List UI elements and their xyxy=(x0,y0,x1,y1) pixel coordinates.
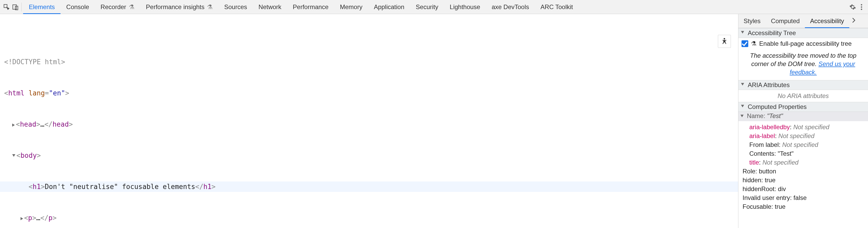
tab-sources[interactable]: Sources xyxy=(218,0,253,14)
checkbox-label: Enable full-page accessibility tree xyxy=(759,40,851,47)
svg-rect-1 xyxy=(13,5,17,9)
device-toolbar-icon[interactable] xyxy=(11,3,20,11)
dom-line[interactable]: <p>…</p> xyxy=(0,213,738,223)
accessibility-tree-toggle-icon[interactable] xyxy=(718,35,731,48)
section-title: Computed Properties xyxy=(748,103,807,111)
computed-row: aria-labelledby: Not specified xyxy=(743,123,864,132)
tab-recorder[interactable]: Recorder⚗ xyxy=(95,0,140,14)
computed-properties-body: aria-labelledby: Not specified aria-labe… xyxy=(738,121,868,213)
accessibility-tree-note: The accessibility tree moved to the top … xyxy=(738,49,868,80)
computed-row: From label: Not specified xyxy=(743,140,864,149)
expand-caret-icon[interactable] xyxy=(12,123,15,126)
svg-point-3 xyxy=(861,4,862,5)
svg-point-6 xyxy=(723,38,725,39)
checkbox-checked-icon[interactable] xyxy=(742,40,748,47)
expand-caret-icon[interactable] xyxy=(21,217,23,220)
computed-row: Invalid user entry: false xyxy=(743,193,864,202)
collapse-caret-icon[interactable] xyxy=(741,115,744,117)
tab-application[interactable]: Application xyxy=(368,0,410,14)
tab-elements[interactable]: Elements xyxy=(23,0,61,14)
computed-row: hidden: true xyxy=(743,176,864,184)
section-aria-attributes[interactable]: ARIA Attributes xyxy=(738,80,868,90)
side-tab-styles[interactable]: Styles xyxy=(738,14,766,28)
tab-memory[interactable]: Memory xyxy=(334,0,368,14)
flask-icon: ⚗ xyxy=(129,3,134,11)
svg-point-5 xyxy=(861,8,862,10)
devtools-tabbar: Elements Console Recorder⚗ Performance i… xyxy=(0,0,868,14)
dom-line[interactable]: <head>…</head> xyxy=(0,119,738,130)
tab-performance-insights[interactable]: Performance insights⚗ xyxy=(140,0,218,14)
sidebar-tabs: Styles Computed Accessibility xyxy=(738,14,868,28)
dom-line[interactable]: <html lang="en"> xyxy=(0,88,738,98)
tab-arc-toolkit[interactable]: ARC Toolkit xyxy=(535,0,579,14)
svg-point-4 xyxy=(861,6,862,7)
tab-performance[interactable]: Performance xyxy=(287,0,334,14)
dom-line[interactable]: <body> xyxy=(0,150,738,161)
section-computed-properties[interactable]: Computed Properties xyxy=(738,102,868,112)
aria-attributes-empty: No ARIA attributes xyxy=(738,90,868,102)
collapse-caret-icon[interactable] xyxy=(741,31,744,33)
chevron-right-icon[interactable] xyxy=(849,17,858,25)
more-icon[interactable] xyxy=(857,3,866,11)
tab-network[interactable]: Network xyxy=(253,0,287,14)
tab-console[interactable]: Console xyxy=(61,0,95,14)
inspect-element-icon[interactable] xyxy=(2,3,11,11)
computed-row: Role: button xyxy=(743,167,864,176)
computed-row: hiddenRoot: div xyxy=(743,184,864,193)
tabbar-separator xyxy=(21,3,22,11)
computed-name-row[interactable]: Name: "Test" xyxy=(738,112,868,121)
side-tab-computed[interactable]: Computed xyxy=(766,14,805,28)
section-title: ARIA Attributes xyxy=(748,81,789,89)
computed-row: Focusable: true xyxy=(743,202,864,211)
dom-line[interactable]: <!DOCTYPE html> xyxy=(0,57,738,67)
collapse-caret-icon[interactable] xyxy=(741,105,744,107)
gear-icon[interactable] xyxy=(848,3,857,11)
tab-axe-devtools[interactable]: axe DevTools xyxy=(486,0,535,14)
dom-line[interactable]: <h1>Don't "neutralise" focusable element… xyxy=(0,181,738,192)
enable-full-page-tree-checkbox[interactable]: ⚗ Enable full-page accessibility tree xyxy=(738,38,868,49)
dom-tree-panel[interactable]: <!DOCTYPE html> <html lang="en"> <head>…… xyxy=(0,14,738,228)
section-accessibility-tree[interactable]: Accessibility Tree xyxy=(738,28,868,38)
computed-row: title: Not specified xyxy=(743,158,864,167)
side-tab-accessibility[interactable]: Accessibility xyxy=(805,14,849,28)
sidebar-panel: Styles Computed Accessibility Accessibil… xyxy=(738,14,868,228)
computed-row: aria-label: Not specified xyxy=(743,132,864,140)
tab-lighthouse[interactable]: Lighthouse xyxy=(444,0,486,14)
tab-security[interactable]: Security xyxy=(410,0,444,14)
flask-icon: ⚗ xyxy=(751,40,756,47)
computed-row: Contents: "Test" xyxy=(743,149,864,158)
expand-caret-icon[interactable] xyxy=(12,154,15,157)
collapse-caret-icon[interactable] xyxy=(741,83,744,86)
section-title: Accessibility Tree xyxy=(748,29,796,37)
flask-icon: ⚗ xyxy=(207,3,213,11)
